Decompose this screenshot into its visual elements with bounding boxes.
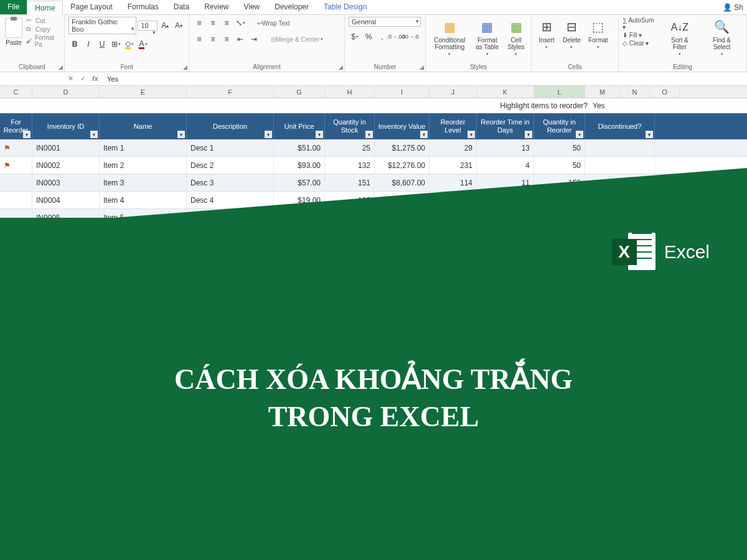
- wrap-text-button[interactable]: ↩ Wrap Text: [254, 17, 293, 29]
- cell-id[interactable]: IN0001: [32, 139, 100, 156]
- th-qty-reorder[interactable]: Quantity in Reorder▾: [534, 113, 585, 139]
- tab-data[interactable]: Data: [166, 0, 197, 14]
- font-color-button[interactable]: A: [137, 38, 149, 50]
- col-header-k[interactable]: K: [477, 86, 534, 98]
- cell-flag[interactable]: [0, 192, 32, 208]
- autosum-button[interactable]: ∑ AutoSum ▾: [622, 17, 659, 30]
- copy-button[interactable]: ⧉Copy: [26, 26, 60, 33]
- cell-days[interactable]: 13: [477, 139, 534, 156]
- tab-table-design[interactable]: Table Design: [316, 0, 374, 14]
- tab-review[interactable]: Review: [197, 0, 236, 14]
- filter-dropdown-icon[interactable]: ▾: [420, 131, 428, 138]
- cell-reord[interactable]: 29: [430, 139, 477, 156]
- tab-page-layout[interactable]: Page Layout: [63, 0, 120, 14]
- decrease-font-button[interactable]: A▾: [172, 19, 185, 32]
- th-inventory-id[interactable]: Inventory ID▾: [32, 113, 100, 139]
- th-qty-stock[interactable]: Quantity in Stock▾: [325, 113, 375, 139]
- accounting-format-button[interactable]: $: [349, 30, 361, 43]
- cell-reord[interactable]: 231: [430, 157, 477, 174]
- col-header-n[interactable]: N: [620, 86, 650, 98]
- merge-center-button[interactable]: ⊟ Merge & Center: [268, 33, 326, 45]
- border-button[interactable]: ⊞: [110, 38, 122, 50]
- filter-dropdown-icon[interactable]: ▾: [316, 131, 323, 138]
- cell-name[interactable]: Item 3: [100, 174, 187, 191]
- filter-dropdown-icon[interactable]: ▾: [365, 131, 373, 138]
- col-header-l[interactable]: L: [534, 86, 585, 98]
- cell-id[interactable]: IN0002: [32, 157, 100, 174]
- align-center-button[interactable]: ≡: [207, 33, 219, 45]
- increase-indent-button[interactable]: ⇥: [248, 33, 260, 45]
- th-reorder-level[interactable]: Reorder Level▾: [430, 113, 477, 139]
- bold-button[interactable]: B: [68, 38, 81, 50]
- increase-font-button[interactable]: A▴: [159, 19, 171, 32]
- align-left-button[interactable]: ≡: [193, 33, 205, 45]
- tab-view[interactable]: View: [236, 0, 267, 14]
- delete-cells-button[interactable]: ⊟Delete: [560, 17, 583, 52]
- decrease-indent-button[interactable]: ⇤: [234, 33, 247, 45]
- cell-id[interactable]: IN0003: [32, 174, 100, 191]
- fill-button[interactable]: ⬇ Fill ▾: [622, 32, 659, 39]
- th-discontinued[interactable]: Discontinued?▾: [585, 113, 655, 139]
- th-inventory-value[interactable]: Inventory Value▾: [375, 113, 430, 139]
- cell-val[interactable]: $12,276.00: [375, 157, 430, 174]
- conditional-formatting-button[interactable]: ▦Conditional Formatting: [430, 17, 470, 58]
- percent-format-button[interactable]: %: [362, 30, 375, 43]
- col-header-i[interactable]: I: [375, 86, 430, 98]
- insert-function-button[interactable]: fx: [90, 75, 101, 83]
- cell-flag[interactable]: ⚑: [0, 139, 32, 156]
- cell-price[interactable]: $51.00: [274, 139, 325, 156]
- cell-name[interactable]: Item 1: [100, 139, 187, 156]
- cell-desc[interactable]: Desc 2: [187, 157, 274, 174]
- format-cells-button[interactable]: ⬚Format: [586, 17, 611, 52]
- col-header-f[interactable]: F: [187, 86, 274, 98]
- th-name[interactable]: Name▾: [100, 113, 187, 139]
- tab-file[interactable]: File: [0, 0, 27, 14]
- paste-button[interactable]: Paste: [4, 17, 24, 46]
- cell-price[interactable]: $93.00: [274, 157, 325, 174]
- cell-desc[interactable]: Desc 3: [187, 174, 274, 191]
- clear-button[interactable]: ◇ Clear ▾: [622, 40, 659, 47]
- cancel-formula-button[interactable]: ✕: [65, 75, 76, 83]
- th-unit-price[interactable]: Unit Price▾: [274, 113, 325, 139]
- filter-dropdown-icon[interactable]: ▾: [576, 131, 583, 138]
- cell-qty[interactable]: 25: [325, 139, 375, 156]
- col-header-d[interactable]: D: [32, 86, 100, 98]
- font-dialog-launcher[interactable]: ◢: [183, 64, 187, 70]
- format-as-table-button[interactable]: ▦Format as Table: [472, 17, 502, 58]
- cell-name[interactable]: Item 2: [100, 157, 187, 174]
- th-description[interactable]: Description▾: [187, 113, 274, 139]
- align-bottom-button[interactable]: ≡: [220, 17, 233, 29]
- tab-home[interactable]: Home: [27, 1, 63, 15]
- cell-flag[interactable]: [0, 174, 32, 191]
- filter-dropdown-icon[interactable]: ▾: [646, 131, 653, 138]
- decrease-decimal-button[interactable]: .00→.0: [403, 30, 416, 43]
- filter-dropdown-icon[interactable]: ▾: [265, 131, 272, 138]
- cell-val[interactable]: $1,275.00: [375, 139, 430, 156]
- table-row[interactable]: ⚑IN0002Item 2Desc 2$93.00132$12,276.0023…: [0, 157, 747, 174]
- col-header-g[interactable]: G: [274, 86, 325, 98]
- th-reorder-days[interactable]: Reorder Time in Days▾: [477, 113, 534, 139]
- col-header-o[interactable]: O: [650, 86, 680, 98]
- sort-filter-button[interactable]: A↓ZSort & Filter: [661, 17, 698, 58]
- align-middle-button[interactable]: ≡: [207, 17, 219, 29]
- cut-button[interactable]: ✂Cut: [26, 17, 60, 24]
- cell-qty[interactable]: 132: [325, 157, 375, 174]
- orientation-button[interactable]: ⤡: [234, 17, 247, 29]
- cell-styles-button[interactable]: ▦Cell Styles: [505, 17, 527, 58]
- col-header-j[interactable]: J: [430, 86, 477, 98]
- align-top-button[interactable]: ≡: [193, 17, 205, 29]
- italic-button[interactable]: I: [82, 38, 95, 50]
- insert-cells-button[interactable]: ⊞Insert: [535, 17, 558, 52]
- number-dialog-launcher[interactable]: ◢: [420, 64, 424, 70]
- align-right-button[interactable]: ≡: [220, 33, 233, 45]
- th-for-reorder[interactable]: For Reorder▾: [0, 113, 32, 139]
- number-format-combo[interactable]: General: [349, 17, 421, 27]
- find-select-button[interactable]: 🔍Find & Select: [701, 17, 743, 58]
- cell-days[interactable]: 4: [477, 157, 534, 174]
- enter-formula-button[interactable]: ✓: [77, 75, 88, 83]
- cell-qre[interactable]: 50: [534, 139, 585, 156]
- formula-input[interactable]: Yes: [103, 75, 747, 83]
- cell-price[interactable]: $57.00: [274, 174, 325, 191]
- cell-flag[interactable]: ⚑: [0, 157, 32, 174]
- cell-disc[interactable]: [585, 157, 655, 174]
